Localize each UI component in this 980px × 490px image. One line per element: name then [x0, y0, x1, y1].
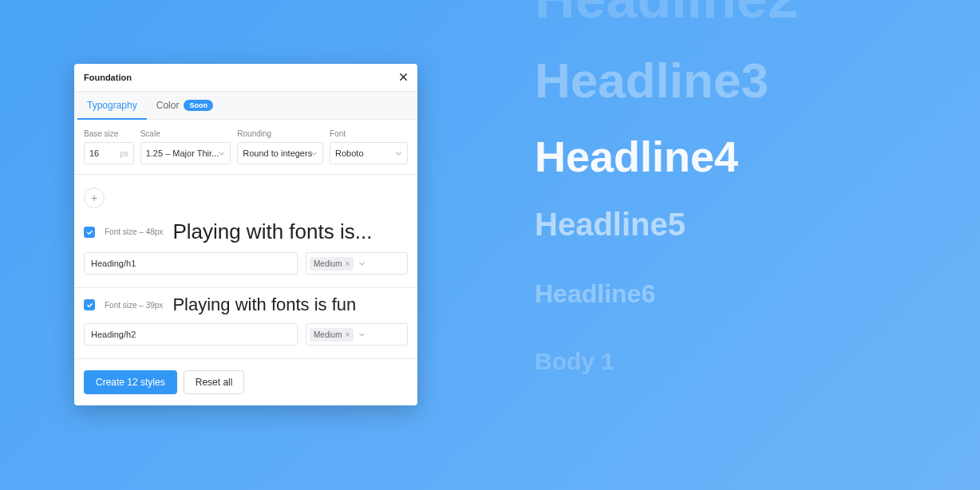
font-label: Font: [330, 129, 408, 138]
create-styles-button[interactable]: Create 12 styles: [84, 370, 177, 394]
style-size-label: Font size – 48px: [105, 227, 163, 236]
rounding-label: Rounding: [237, 129, 323, 138]
tab-color-label: Color: [156, 100, 180, 111]
style-enabled-checkbox[interactable]: [84, 227, 95, 238]
control-base-size: Base size 16 px: [84, 129, 134, 164]
chevron-down-icon: [358, 331, 366, 338]
create-styles-label: Create 12 styles: [96, 377, 165, 388]
style-block: Font size – 39px Playing with fonts is f…: [74, 288, 417, 359]
weight-tag: Medium ×: [310, 328, 354, 342]
sample-headline2: Headline2: [535, 0, 799, 30]
add-style-row: +: [74, 175, 417, 213]
background-type-samples: Headline2 Headline3 Headline4 Headline5 …: [535, 0, 799, 374]
tab-color[interactable]: Color Soon: [147, 92, 223, 119]
style-weight-select[interactable]: Medium ×: [306, 252, 408, 275]
check-icon: [86, 225, 93, 239]
style-preview-text: Playing with fonts is fun: [172, 294, 408, 315]
chevron-down-icon: [395, 150, 402, 157]
style-inputs: Heading/h2 Medium ×: [84, 323, 408, 346]
style-name-value: Heading/h2: [91, 330, 136, 339]
weight-tag: Medium ×: [310, 257, 354, 271]
reset-all-button[interactable]: Reset all: [184, 370, 245, 394]
scale-value: 1.25 – Major Thir...: [146, 148, 226, 158]
style-block: Font size – 48px Playing with fonts is..…: [74, 213, 417, 288]
font-select[interactable]: Roboto: [330, 142, 408, 164]
close-icon: [399, 70, 408, 84]
weight-tag-label: Medium: [314, 330, 342, 339]
plus-icon: +: [91, 192, 97, 204]
check-icon: [86, 298, 93, 312]
sample-headline3: Headline3: [535, 53, 799, 108]
base-size-label: Base size: [84, 129, 134, 138]
panel-footer: Create 12 styles Reset all: [74, 359, 417, 405]
remove-tag-button[interactable]: ×: [346, 259, 350, 268]
style-enabled-checkbox[interactable]: [84, 299, 95, 310]
chevron-down-icon: [358, 260, 366, 267]
panel-title: Foundation: [84, 73, 132, 82]
sample-headline6: Headline6: [535, 280, 799, 308]
style-head: Font size – 48px Playing with fonts is..…: [84, 219, 408, 244]
control-scale: Scale 1.25 – Major Thir...: [140, 129, 231, 164]
style-inputs: Heading/h1 Medium ×: [84, 252, 408, 275]
style-size-label: Font size – 39px: [105, 301, 163, 310]
base-size-input[interactable]: 16 px: [84, 142, 134, 164]
control-font: Font Roboto: [330, 129, 408, 164]
style-weight-select[interactable]: Medium ×: [306, 323, 408, 346]
foundation-panel: Foundation Typography Color Soon Base si…: [74, 64, 417, 405]
soon-badge: Soon: [184, 100, 213, 111]
style-name-input[interactable]: Heading/h2: [84, 323, 298, 346]
panel-header: Foundation: [74, 64, 417, 92]
rounding-select[interactable]: Round to integers: [237, 142, 323, 164]
chevron-down-icon: [218, 150, 225, 157]
sample-headline4: Headline4: [535, 133, 799, 180]
tabs: Typography Color Soon: [74, 92, 417, 120]
sample-body1: Body 1: [535, 348, 799, 374]
style-preview-text: Playing with fonts is...: [172, 219, 408, 244]
base-size-unit: px: [120, 149, 128, 158]
controls-row: Base size 16 px Scale 1.25 – Major Thir.…: [74, 120, 417, 175]
add-style-button[interactable]: +: [84, 188, 105, 208]
tab-typography-label: Typography: [87, 100, 137, 111]
control-rounding: Rounding Round to integers: [237, 129, 323, 164]
reset-all-label: Reset all: [196, 377, 233, 388]
style-name-value: Heading/h1: [91, 259, 136, 268]
style-name-input[interactable]: Heading/h1: [84, 252, 298, 275]
sample-headline5: Headline5: [535, 207, 799, 242]
font-value: Roboto: [335, 148, 402, 158]
rounding-value: Round to integers: [243, 148, 318, 158]
chevron-down-icon: [310, 150, 318, 157]
scale-label: Scale: [140, 129, 231, 138]
remove-tag-button[interactable]: ×: [346, 330, 350, 339]
scale-select[interactable]: 1.25 – Major Thir...: [140, 142, 231, 164]
weight-tag-label: Medium: [314, 259, 342, 268]
tab-typography[interactable]: Typography: [77, 92, 147, 119]
close-button[interactable]: [399, 70, 408, 85]
style-head: Font size – 39px Playing with fonts is f…: [84, 294, 408, 315]
